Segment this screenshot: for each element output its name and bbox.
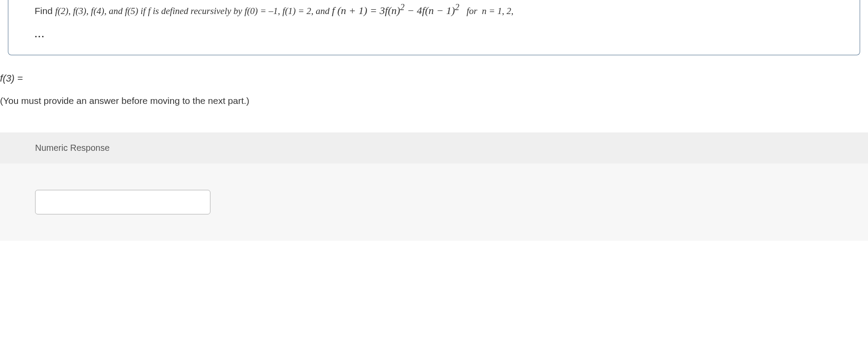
question-suffix: for n = 1, 2, — [462, 6, 513, 16]
question-box: Find f(2), f(3), f(4), and f(5) if f is … — [8, 0, 860, 55]
question-f1: f(1) = 2, and — [282, 6, 332, 16]
question-f3: f(3), — [73, 6, 91, 16]
prompt-label: f(3) = — [0, 73, 868, 84]
question-fdef: f is defined recursively by — [148, 6, 244, 16]
response-header: Numeric Response — [0, 132, 868, 164]
question-formula: f (n + 1) = 3f(n)2 − 4f(n − 1)2 — [332, 5, 462, 16]
prompt-section: f(3) = (You must provide an answer befor… — [0, 55, 868, 106]
response-body — [0, 164, 868, 241]
question-ellipsis: ... — [35, 27, 833, 42]
question-text: Find f(2), f(3), f(4), and f(5) if f is … — [35, 0, 833, 42]
response-container: Numeric Response — [0, 132, 868, 241]
question-f5: f(5) if — [125, 6, 148, 16]
question-f4: f(4), and — [91, 6, 125, 16]
answer-input[interactable] — [35, 190, 210, 214]
question-prefix: Find — [35, 6, 55, 16]
question-f2: f(2), — [55, 6, 73, 16]
question-f0: f(0) = –1, — [245, 6, 283, 16]
hint-text: (You must provide an answer before movin… — [0, 96, 868, 106]
